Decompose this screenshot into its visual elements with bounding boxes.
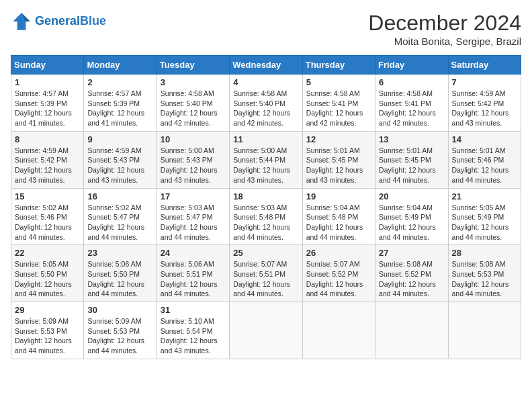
day-info: Sunrise: 4:59 AM Sunset: 5:43 PM Dayligh… bbox=[87, 146, 152, 185]
sunset-label: Sunset: 5:48 PM bbox=[306, 213, 359, 221]
daylight-label: Daylight: 12 hours and 44 minutes. bbox=[161, 280, 218, 298]
calendar-cell bbox=[302, 302, 375, 359]
day-info: Sunrise: 5:07 AM Sunset: 5:51 PM Dayligh… bbox=[233, 259, 298, 299]
calendar-cell: 23 Sunrise: 5:06 AM Sunset: 5:50 PM Dayl… bbox=[84, 245, 157, 302]
day-number: 9 bbox=[87, 134, 152, 144]
day-number: 7 bbox=[452, 77, 517, 87]
calendar-day-header: Thursday bbox=[302, 56, 375, 75]
sunrise-label: Sunrise: 4:58 AM bbox=[306, 89, 360, 97]
daylight-label: Daylight: 12 hours and 43 minutes. bbox=[161, 166, 218, 184]
daylight-label: Daylight: 12 hours and 44 minutes. bbox=[452, 280, 509, 298]
daylight-label: Daylight: 12 hours and 44 minutes. bbox=[306, 280, 363, 298]
sunset-label: Sunset: 5:52 PM bbox=[306, 270, 359, 278]
day-info: Sunrise: 5:07 AM Sunset: 5:52 PM Dayligh… bbox=[306, 259, 371, 299]
day-number: 19 bbox=[306, 191, 371, 201]
sunrise-label: Sunrise: 5:04 AM bbox=[306, 203, 360, 212]
sunrise-label: Sunrise: 5:02 AM bbox=[87, 203, 141, 212]
daylight-label: Daylight: 12 hours and 44 minutes. bbox=[15, 223, 72, 241]
sunrise-label: Sunrise: 4:58 AM bbox=[379, 89, 433, 97]
sunset-label: Sunset: 5:53 PM bbox=[452, 270, 504, 278]
day-number: 28 bbox=[452, 248, 517, 258]
sunrise-label: Sunrise: 5:06 AM bbox=[161, 260, 214, 268]
sunrise-label: Sunrise: 5:03 AM bbox=[161, 203, 214, 212]
day-number: 21 bbox=[452, 191, 517, 201]
day-info: Sunrise: 4:58 AM Sunset: 5:40 PM Dayligh… bbox=[161, 89, 226, 128]
sunset-label: Sunset: 5:46 PM bbox=[15, 213, 67, 221]
calendar-cell: 18 Sunrise: 5:03 AM Sunset: 5:48 PM Dayl… bbox=[230, 188, 302, 245]
calendar-cell: 4 Sunrise: 4:58 AM Sunset: 5:40 PM Dayli… bbox=[230, 75, 302, 132]
logo: GeneralBlue bbox=[11, 11, 106, 32]
calendar-cell: 10 Sunrise: 5:00 AM Sunset: 5:43 PM Dayl… bbox=[157, 131, 229, 188]
sunset-label: Sunset: 5:53 PM bbox=[15, 327, 67, 335]
sunset-label: Sunset: 5:45 PM bbox=[379, 156, 431, 164]
sunset-label: Sunset: 5:44 PM bbox=[233, 156, 285, 164]
daylight-label: Daylight: 12 hours and 44 minutes. bbox=[87, 280, 144, 298]
calendar-day-header: Sunday bbox=[11, 56, 84, 75]
day-number: 27 bbox=[379, 248, 444, 258]
sunset-label: Sunset: 5:40 PM bbox=[233, 99, 285, 107]
day-number: 13 bbox=[379, 134, 444, 144]
calendar-cell: 8 Sunrise: 4:59 AM Sunset: 5:42 PM Dayli… bbox=[11, 131, 84, 188]
day-number: 6 bbox=[379, 77, 444, 87]
calendar-cell: 6 Sunrise: 4:58 AM Sunset: 5:41 PM Dayli… bbox=[375, 75, 448, 132]
daylight-label: Daylight: 12 hours and 42 minutes. bbox=[161, 109, 218, 127]
day-info: Sunrise: 5:08 AM Sunset: 5:53 PM Dayligh… bbox=[452, 259, 517, 299]
day-info: Sunrise: 5:09 AM Sunset: 5:53 PM Dayligh… bbox=[15, 316, 80, 356]
sunrise-label: Sunrise: 5:08 AM bbox=[379, 260, 433, 268]
sunrise-label: Sunrise: 4:59 AM bbox=[452, 89, 506, 97]
calendar-cell: 17 Sunrise: 5:03 AM Sunset: 5:47 PM Dayl… bbox=[157, 188, 229, 245]
sunrise-label: Sunrise: 4:57 AM bbox=[15, 89, 69, 97]
day-info: Sunrise: 5:04 AM Sunset: 5:48 PM Dayligh… bbox=[306, 203, 371, 242]
day-number: 25 bbox=[233, 248, 298, 258]
day-info: Sunrise: 5:09 AM Sunset: 5:53 PM Dayligh… bbox=[87, 316, 152, 356]
calendar-week-row: 15 Sunrise: 5:02 AM Sunset: 5:46 PM Dayl… bbox=[11, 188, 521, 245]
day-number: 22 bbox=[15, 248, 80, 258]
calendar-cell: 25 Sunrise: 5:07 AM Sunset: 5:51 PM Dayl… bbox=[230, 245, 302, 302]
sunset-label: Sunset: 5:42 PM bbox=[15, 156, 67, 164]
calendar-cell: 21 Sunrise: 5:05 AM Sunset: 5:49 PM Dayl… bbox=[448, 188, 521, 245]
sunset-label: Sunset: 5:41 PM bbox=[379, 99, 431, 107]
sunset-label: Sunset: 5:47 PM bbox=[87, 213, 140, 221]
day-info: Sunrise: 5:01 AM Sunset: 5:45 PM Dayligh… bbox=[379, 146, 444, 185]
calendar-cell: 16 Sunrise: 5:02 AM Sunset: 5:47 PM Dayl… bbox=[84, 188, 157, 245]
daylight-label: Daylight: 12 hours and 44 minutes. bbox=[379, 223, 436, 241]
daylight-label: Daylight: 12 hours and 41 minutes. bbox=[87, 109, 144, 127]
daylight-label: Daylight: 12 hours and 44 minutes. bbox=[379, 166, 436, 184]
title-block: December 2024 Moita Bonita, Sergipe, Bra… bbox=[368, 11, 521, 47]
daylight-label: Daylight: 12 hours and 43 minutes. bbox=[452, 109, 509, 127]
calendar-cell: 13 Sunrise: 5:01 AM Sunset: 5:45 PM Dayl… bbox=[375, 131, 448, 188]
sunset-label: Sunset: 5:51 PM bbox=[161, 270, 213, 278]
calendar-header: SundayMondayTuesdayWednesdayThursdayFrid… bbox=[11, 56, 521, 75]
calendar-cell: 29 Sunrise: 5:09 AM Sunset: 5:53 PM Dayl… bbox=[11, 302, 84, 359]
day-number: 24 bbox=[161, 248, 226, 258]
daylight-label: Daylight: 12 hours and 42 minutes. bbox=[306, 109, 363, 127]
calendar-week-row: 1 Sunrise: 4:57 AM Sunset: 5:39 PM Dayli… bbox=[11, 75, 521, 132]
logo-text: GeneralBlue bbox=[35, 15, 106, 28]
day-info: Sunrise: 5:02 AM Sunset: 5:46 PM Dayligh… bbox=[15, 203, 80, 242]
sunrise-label: Sunrise: 5:01 AM bbox=[452, 146, 506, 154]
daylight-label: Daylight: 12 hours and 43 minutes. bbox=[233, 166, 290, 184]
calendar-cell: 12 Sunrise: 5:01 AM Sunset: 5:45 PM Dayl… bbox=[302, 131, 375, 188]
calendar-day-header: Monday bbox=[84, 56, 157, 75]
sunrise-label: Sunrise: 5:01 AM bbox=[379, 146, 433, 154]
calendar-cell: 9 Sunrise: 4:59 AM Sunset: 5:43 PM Dayli… bbox=[84, 131, 157, 188]
daylight-label: Daylight: 12 hours and 44 minutes. bbox=[15, 280, 72, 298]
daylight-label: Daylight: 12 hours and 44 minutes. bbox=[233, 223, 290, 241]
day-number: 11 bbox=[233, 134, 298, 144]
sunrise-label: Sunrise: 5:02 AM bbox=[15, 203, 69, 212]
day-info: Sunrise: 5:00 AM Sunset: 5:43 PM Dayligh… bbox=[161, 146, 226, 185]
daylight-label: Daylight: 12 hours and 44 minutes. bbox=[306, 223, 363, 241]
day-number: 30 bbox=[87, 305, 152, 315]
calendar-cell: 3 Sunrise: 4:58 AM Sunset: 5:40 PM Dayli… bbox=[157, 75, 229, 132]
day-info: Sunrise: 4:58 AM Sunset: 5:41 PM Dayligh… bbox=[379, 89, 444, 128]
calendar-cell: 20 Sunrise: 5:04 AM Sunset: 5:49 PM Dayl… bbox=[375, 188, 448, 245]
sunrise-label: Sunrise: 5:07 AM bbox=[306, 260, 360, 268]
sunrise-label: Sunrise: 4:59 AM bbox=[87, 146, 141, 154]
daylight-label: Daylight: 12 hours and 41 minutes. bbox=[15, 109, 72, 127]
calendar-header-row: SundayMondayTuesdayWednesdayThursdayFrid… bbox=[11, 56, 521, 75]
day-number: 2 bbox=[87, 77, 152, 87]
day-number: 3 bbox=[161, 77, 226, 87]
calendar-cell: 27 Sunrise: 5:08 AM Sunset: 5:52 PM Dayl… bbox=[375, 245, 448, 302]
day-number: 29 bbox=[15, 305, 80, 315]
calendar-cell: 14 Sunrise: 5:01 AM Sunset: 5:46 PM Dayl… bbox=[448, 131, 521, 188]
